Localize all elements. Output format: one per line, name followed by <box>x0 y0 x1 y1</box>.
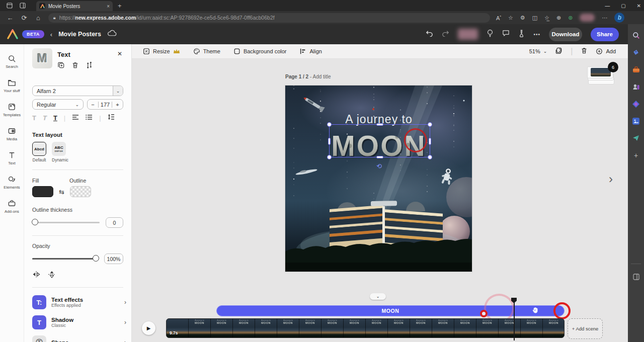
selection-handle-sw[interactable] <box>327 155 332 159</box>
font-weight-select[interactable]: Regular ⌄ <box>32 99 84 110</box>
text-layer-thumbnail[interactable]: M <box>32 48 52 68</box>
timeline-filmstrip[interactable]: A journey toMOONA journey toMOONA journe… <box>166 318 565 338</box>
font-size-decrease-button[interactable]: − <box>88 102 99 108</box>
font-family-select[interactable]: Alfarn 2 ⌄ <box>32 86 123 96</box>
url-field[interactable]: 🔒︎ https://new.express.adobe.com/id/urn:… <box>48 13 490 23</box>
filmstrip-frame[interactable]: A journey toMOON <box>255 319 277 337</box>
shopping-icon[interactable]: ⊛ <box>568 15 573 21</box>
sidebar-item-search[interactable]: Search <box>0 49 24 73</box>
read-aloud-icon[interactable]: Aᵃ <box>496 15 501 21</box>
pages-stack-thumbnail[interactable]: 6 <box>587 66 615 89</box>
selection-handle-ne[interactable] <box>428 122 432 127</box>
more-options-icon[interactable]: ••• <box>533 32 540 37</box>
profile-avatar[interactable] <box>580 14 595 22</box>
extensions-icon[interactable]: ⚙ <box>520 15 525 21</box>
sidebar-add-icon[interactable]: + <box>632 151 640 159</box>
filmstrip-frame[interactable]: A journey toMOON <box>521 319 543 337</box>
collections-icon[interactable]: ☆̲ <box>544 15 549 21</box>
duplicate-icon[interactable] <box>57 61 65 71</box>
fill-color-swatch[interactable] <box>32 186 53 197</box>
filmstrip-frame[interactable]: A journey toMOON <box>233 319 255 337</box>
filmstrip-frame[interactable]: A journey toMOON <box>321 319 344 337</box>
selection-handle-nw[interactable] <box>327 122 332 127</box>
font-size-increase-button[interactable]: + <box>112 102 123 108</box>
background-color-button[interactable]: Background color <box>233 48 287 55</box>
filmstrip-frame[interactable]: A journey toMOON <box>277 319 299 337</box>
sidebar-item-media[interactable]: Media <box>0 122 24 146</box>
filmstrip-frame[interactable]: A journey toMOON <box>543 319 565 337</box>
filmstrip-frame[interactable]: A journey toMOON <box>499 319 521 337</box>
align-button[interactable]: Align <box>299 48 321 55</box>
filmstrip-frame[interactable]: A journey toMOON <box>388 319 410 337</box>
sidebar-item-templates[interactable]: Templates <box>0 98 24 122</box>
sidebar-toolbox-icon[interactable] <box>632 65 640 74</box>
flip-horizontal-icon[interactable] <box>32 271 40 280</box>
flip-vertical-icon[interactable] <box>48 271 55 280</box>
layer-order-icon[interactable] <box>86 61 93 71</box>
home-icon[interactable]: ⌂ <box>31 14 45 22</box>
list-icon[interactable] <box>86 114 93 122</box>
opacity-slider[interactable] <box>32 258 98 260</box>
undo-icon[interactable] <box>426 30 433 39</box>
sidebar-search-icon[interactable] <box>632 31 640 40</box>
selection-handle-se[interactable] <box>428 155 432 159</box>
document-title[interactable]: Movie Posters <box>58 31 101 38</box>
adobe-express-logo[interactable] <box>7 29 18 39</box>
line-spacing-icon[interactable] <box>108 114 115 122</box>
bing-copilot-icon[interactable]: b <box>614 13 624 23</box>
theme-button[interactable]: Theme <box>193 48 220 55</box>
sidebar-item-text[interactable]: Text <box>0 146 24 170</box>
shadow-row[interactable]: T Shadow Classic › <box>32 314 126 331</box>
filmstrip-frame[interactable]: A journey toMOON <box>454 319 476 337</box>
delete-icon[interactable] <box>71 61 79 71</box>
sidebar-item-elements[interactable]: Elements <box>0 170 24 194</box>
filmstrip-frame[interactable]: A journey toMOON <box>299 319 321 337</box>
shape-row[interactable]: Ⓣ Shape › <box>32 334 126 342</box>
filmstrip-frame[interactable]: A journey toMOON <box>432 319 454 337</box>
filmstrip-frame[interactable]: A journey toMOON <box>189 319 211 337</box>
sidebar-item-add-ons[interactable]: Add-ons <box>0 194 24 218</box>
selection-handle-n[interactable] <box>376 123 383 126</box>
download-button[interactable]: Download <box>549 28 582 41</box>
close-icon[interactable]: ✕ <box>117 50 122 57</box>
refresh-icon[interactable]: ⟳ <box>17 14 31 22</box>
text-align-icon[interactable] <box>72 114 79 122</box>
selection-handle-e[interactable] <box>429 138 431 145</box>
back-chevron-icon[interactable]: ‹ <box>50 31 52 38</box>
sidebar-share-plane-icon[interactable] <box>632 134 640 142</box>
sidebar-item-your-stuff[interactable]: Your stuff <box>0 73 24 98</box>
filmstrip-frame[interactable]: A journey toMOON <box>366 319 388 337</box>
outline-thickness-slider[interactable] <box>32 222 100 223</box>
sidebar-people-icon[interactable] <box>632 82 640 91</box>
outline-thickness-value[interactable]: 0 <box>106 217 123 228</box>
add-page-button[interactable]: Add <box>596 48 616 55</box>
next-page-chevron[interactable]: › <box>609 172 613 186</box>
beaker-icon[interactable] <box>518 30 525 39</box>
new-tab-button[interactable]: + <box>118 2 122 10</box>
filmstrip-frame[interactable]: A journey toMOON <box>211 319 233 337</box>
tab-actions-icon[interactable] <box>16 1 29 10</box>
delete-page-icon[interactable] <box>581 47 588 56</box>
play-button[interactable]: ▶ <box>142 321 155 335</box>
share-button[interactable]: Share <box>591 28 619 41</box>
browser-menu-icon[interactable]: ⋯ <box>602 15 607 21</box>
redo-icon[interactable] <box>442 30 449 39</box>
layout-option-default[interactable]: Abcd Default <box>32 142 46 162</box>
selection-handle-w[interactable] <box>328 138 331 145</box>
underline-button[interactable]: T <box>53 114 57 122</box>
zoom-control[interactable]: 51% ⌄ <box>529 48 547 54</box>
split-screen-icon[interactable]: ◫ <box>532 15 537 21</box>
window-minimize-button[interactable]: — <box>605 3 610 9</box>
back-icon[interactable]: ← <box>3 14 17 22</box>
workspaces-icon[interactable] <box>3 1 16 10</box>
window-close-button[interactable]: ✕ <box>637 3 641 9</box>
text-effects-row[interactable]: T: Text effects Effects applied › <box>32 294 126 311</box>
tab-group-icon[interactable]: ⊕ <box>556 15 561 21</box>
filmstrip-frame[interactable]: A journey toMOON <box>476 319 499 337</box>
browser-tab[interactable]: Movie Posters × <box>36 1 113 11</box>
sidebar-designer-icon[interactable] <box>632 100 640 108</box>
poster-canvas[interactable]: MOON <box>285 86 472 272</box>
resize-button[interactable]: Resize <box>143 48 180 55</box>
tab-close-icon[interactable]: × <box>107 4 110 9</box>
outline-color-swatch[interactable] <box>70 186 91 197</box>
